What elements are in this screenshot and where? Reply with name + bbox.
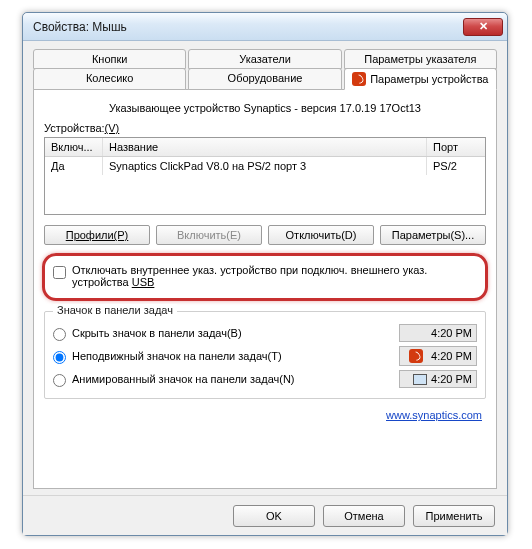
sample-static: 4:20 PM (399, 346, 477, 366)
tab-strip: Кнопки Указатели Параметры указателя Кол… (33, 49, 497, 90)
highlight-callout: Отключать внутреннее указ. устройство пр… (42, 253, 488, 301)
driver-version-line: Указывающее устройство Synaptics - верси… (44, 102, 486, 114)
radio-hide-label: Скрыть значок в панели задач(B) (72, 327, 399, 339)
apply-button[interactable]: Применить (413, 505, 495, 527)
cell-port: PS/2 (427, 157, 485, 175)
profiles-button[interactable]: Профили(P) (44, 225, 150, 245)
radio-hide-row[interactable]: Скрыть значок в панели задач(B) 4:20 PM (53, 324, 477, 342)
disable-internal-checkbox[interactable] (53, 266, 66, 279)
device-buttons-row: Профили(P) Включить(E) Отключить(D) Пара… (44, 225, 486, 245)
disable-internal-label: Отключать внутреннее указ. устройство пр… (72, 264, 427, 288)
disable-internal-checkbox-row[interactable]: Отключать внутреннее указ. устройство пр… (51, 260, 479, 294)
radio-hide[interactable] (53, 328, 66, 341)
tab-row-1: Кнопки Указатели Параметры указателя (33, 49, 497, 69)
client-area: Кнопки Указатели Параметры указателя Кол… (23, 41, 507, 495)
radio-static[interactable] (53, 351, 66, 364)
monitor-icon (413, 374, 427, 385)
synaptics-icon (352, 72, 366, 86)
sample-hide-time: 4:20 PM (431, 327, 472, 339)
tab-device-settings[interactable]: Параметры устройства (344, 68, 497, 90)
tab-pointers[interactable]: Указатели (188, 49, 341, 69)
disable-button[interactable]: Отключить(D) (268, 225, 374, 245)
devices-list[interactable]: Включ... Название Порт Да Synaptics Clic… (44, 137, 486, 215)
sample-animated-time: 4:20 PM (431, 373, 472, 385)
tab-hardware[interactable]: Оборудование (188, 68, 341, 90)
sample-animated: 4:20 PM (399, 370, 477, 388)
enable-button[interactable]: Включить(E) (156, 225, 262, 245)
devices-label: Устройства:(V) (44, 122, 486, 134)
radio-animated-label: Анимированный значок на панели задач(N) (72, 373, 399, 385)
synaptics-tray-icon (409, 349, 423, 363)
cell-name: Synaptics ClickPad V8.0 на PS/2 порт 3 (103, 157, 427, 175)
tab-row-2: Колесико Оборудование Параметры устройст… (33, 68, 497, 90)
window-title: Свойства: Мышь (33, 20, 463, 34)
ok-button[interactable]: OK (233, 505, 315, 527)
synaptics-link[interactable]: www.synaptics.com (386, 409, 482, 421)
close-button[interactable]: ✕ (463, 18, 503, 36)
tray-icon-group: Значок в панели задач Скрыть значок в па… (44, 311, 486, 399)
radio-animated-row[interactable]: Анимированный значок на панели задач(N) … (53, 370, 477, 388)
tab-panel-device-settings: Указывающее устройство Synaptics - верси… (33, 89, 497, 489)
col-port[interactable]: Порт (427, 138, 485, 156)
list-header: Включ... Название Порт (45, 138, 485, 157)
properties-window: Свойства: Мышь ✕ Кнопки Указатели Параме… (22, 12, 508, 536)
radio-static-label: Неподвижный значок на панели задач(T) (72, 350, 399, 362)
tab-pointer-options[interactable]: Параметры указателя (344, 49, 497, 69)
sample-static-time: 4:20 PM (431, 350, 472, 362)
tray-group-title: Значок в панели задач (53, 304, 177, 316)
col-enabled[interactable]: Включ... (45, 138, 103, 156)
titlebar[interactable]: Свойства: Мышь ✕ (23, 13, 507, 41)
settings-button[interactable]: Параметры(S)... (380, 225, 486, 245)
tab-buttons[interactable]: Кнопки (33, 49, 186, 69)
table-row[interactable]: Да Synaptics ClickPad V8.0 на PS/2 порт … (45, 157, 485, 175)
synaptics-link-row: www.synaptics.com (48, 409, 482, 421)
tab-wheel[interactable]: Колесико (33, 68, 186, 90)
cancel-button[interactable]: Отмена (323, 505, 405, 527)
radio-animated[interactable] (53, 374, 66, 387)
close-icon: ✕ (479, 20, 488, 33)
col-name[interactable]: Название (103, 138, 427, 156)
radio-static-row[interactable]: Неподвижный значок на панели задач(T) 4:… (53, 346, 477, 366)
dialog-footer: OK Отмена Применить (23, 495, 507, 535)
cell-enabled: Да (45, 157, 103, 175)
sample-hide: 4:20 PM (399, 324, 477, 342)
